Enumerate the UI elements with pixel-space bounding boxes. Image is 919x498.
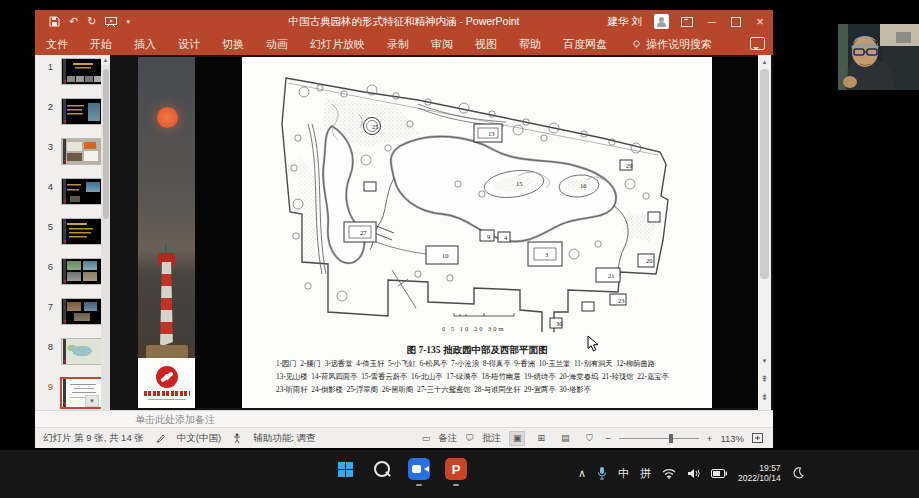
figure-content-box: 2513271094315162123202930 0 5 10 20 30m … — [242, 57, 712, 408]
taskbar-clock[interactable]: 19:57 2022/10/14 — [738, 463, 781, 483]
ribbon-tab-8[interactable]: 录制 — [376, 33, 420, 55]
thumbnail-preview[interactable] — [61, 138, 104, 165]
save-icon[interactable] — [49, 16, 60, 27]
slide-thumbnail-3[interactable]: 3 — [35, 135, 110, 175]
powerpoint-icon: P — [445, 458, 467, 480]
microphone-icon[interactable] — [597, 466, 607, 480]
ribbon-tab-2[interactable]: 开始 — [79, 33, 123, 55]
slide-thumbnail-2[interactable]: 2 — [35, 95, 110, 135]
ribbon-tab-6[interactable]: 动画 — [255, 33, 299, 55]
figure-caption: 图 7-135 拙政园中部及西部平面图 — [242, 344, 712, 357]
powerpoint-app-button[interactable]: P — [444, 457, 468, 481]
meeting-app-button[interactable] — [407, 457, 431, 481]
account-name[interactable]: 建华 刘 — [608, 15, 642, 29]
notes-pane[interactable]: 单击此处添加备注 — [35, 410, 773, 427]
ribbon-tab-4[interactable]: 设计 — [167, 33, 211, 55]
video-call-window[interactable] — [838, 0, 919, 90]
start-slideshow-icon[interactable] — [105, 17, 117, 27]
thumbnail-number: 1 — [39, 61, 53, 72]
university-logo — [138, 358, 195, 408]
thumbnail-preview[interactable] — [61, 98, 104, 125]
logo-calligraphy — [144, 391, 190, 396]
slide-thumbnail-7[interactable]: 7 — [35, 295, 110, 335]
close-button[interactable]: × — [753, 14, 767, 29]
thumbnail-preview[interactable] — [61, 298, 104, 325]
accessibility-icon — [233, 433, 241, 443]
comments-toggle[interactable]: 批注 — [482, 432, 501, 445]
speaker-icon[interactable] — [687, 468, 700, 479]
ribbon-tab-3[interactable]: 插入 — [123, 33, 167, 55]
thumbnail-scroll-up-icon[interactable]: ▲ — [101, 55, 110, 65]
zoom-level[interactable]: 113% — [720, 433, 744, 444]
notes-toggle[interactable]: 备注 — [438, 432, 457, 445]
minimize-button[interactable]: ─ — [705, 16, 719, 28]
previous-slide-button[interactable]: ⇞ — [758, 373, 771, 385]
slide-thumbnail-6[interactable]: 6 — [35, 255, 110, 295]
ime-pinyin-button[interactable]: 拼 — [640, 466, 651, 481]
ribbon-tab-7[interactable]: 幻灯片放映 — [299, 33, 376, 55]
scroll-up-icon[interactable]: ▲ — [758, 56, 771, 68]
account-avatar[interactable] — [654, 14, 669, 29]
ribbon-tab-9[interactable]: 审阅 — [420, 33, 464, 55]
wifi-icon[interactable] — [662, 468, 676, 479]
slide-thumbnail-1[interactable]: 1 — [35, 55, 110, 95]
comments-toggle-icon: 🗩 — [465, 433, 474, 443]
tell-me-search[interactable]: 操作说明搜索 — [618, 37, 712, 52]
slide-photo-strip — [138, 57, 195, 408]
slide-thumbnail-8[interactable]: 8 — [35, 335, 110, 375]
fit-to-window-icon[interactable] — [752, 433, 763, 443]
slide-sorter-view-button[interactable]: ⊞ — [533, 431, 549, 446]
ribbon-tab-5[interactable]: 切换 — [211, 33, 255, 55]
svg-text:23: 23 — [618, 297, 625, 304]
tray-overflow-chevron[interactable]: ∧ — [578, 467, 586, 480]
language-indicator[interactable]: 中文(中国) — [177, 432, 221, 445]
reading-view-button[interactable]: ▤ — [557, 431, 573, 446]
qat-customize-icon[interactable]: ▾ — [126, 18, 130, 26]
thumbnail-number: 7 — [39, 301, 53, 312]
restore-button[interactable] — [731, 17, 741, 27]
slide-scrollbar[interactable]: ▲ ▼ ⇞ ⇟ — [758, 55, 771, 410]
focus-assist-moon-icon[interactable] — [792, 467, 804, 479]
notes-toggle-icon: ▭ — [422, 433, 431, 443]
search-button[interactable] — [370, 457, 394, 481]
lighthouse-base — [146, 345, 188, 359]
ime-language-button[interactable]: 中 — [618, 466, 629, 481]
ribbon-tab-12[interactable]: 百度网盘 — [552, 33, 618, 55]
thumbnail-preview[interactable] — [61, 338, 104, 365]
comments-icon[interactable] — [750, 37, 765, 50]
zoom-out-button[interactable]: − — [605, 433, 611, 444]
ribbon-tab-10[interactable]: 视图 — [464, 33, 508, 55]
plan-legend-line: 1-园门 2-腰门 3-远香堂 4-倚玉轩 5-小飞虹 6-松风亭 7-小沧浪 … — [276, 357, 696, 370]
thumbnail-preview[interactable] — [61, 178, 104, 205]
accessibility-status[interactable]: 辅助功能: 调查 — [253, 432, 315, 445]
zoom-slider[interactable] — [619, 431, 699, 446]
start-button[interactable] — [333, 457, 357, 481]
zoom-in-button[interactable]: + — [707, 433, 713, 444]
slideshow-view-button[interactable]: ⛉ — [581, 431, 597, 446]
slide-9[interactable]: 2513271094315162123202930 0 5 10 20 30m … — [138, 57, 758, 408]
battery-icon[interactable] — [711, 469, 727, 478]
spell-check-icon[interactable] — [156, 434, 165, 443]
thumbnail-preview[interactable] — [61, 258, 104, 285]
scrollbar-thumb[interactable] — [760, 69, 769, 279]
ribbon-display-options-icon[interactable] — [681, 17, 693, 27]
figure-scalebar: 0 5 10 20 30m — [442, 325, 572, 332]
slide-thumbnail-4[interactable]: 4 — [35, 175, 110, 215]
next-slide-button[interactable]: ⇟ — [758, 391, 771, 403]
garden-plan-figure: 2513271094315162123202930 — [268, 64, 688, 332]
redo-icon[interactable]: ↻ — [87, 15, 96, 28]
undo-icon[interactable]: ↶ — [69, 15, 78, 28]
thumbnail-preview[interactable] — [61, 218, 104, 245]
ribbon-tab-1[interactable]: 文件 — [35, 33, 79, 55]
ribbon-tab-11[interactable]: 帮助 — [508, 33, 552, 55]
thumbnail-preview[interactable] — [61, 58, 104, 85]
lighthouse-tower — [160, 262, 173, 347]
slide-thumbnail-panel: 12345678910 ▲ ▼ — [35, 55, 110, 410]
thumbnail-scrollbar-thumb[interactable] — [103, 69, 109, 219]
thumbnail-preview[interactable] — [60, 377, 107, 409]
normal-view-button[interactable]: ▣ — [509, 431, 525, 446]
main-area: 12345678910 ▲ ▼ — [35, 55, 773, 410]
scroll-down-icon[interactable]: ▼ — [758, 355, 771, 367]
thumbnail-panel-collapse-icon[interactable]: ▼ — [85, 395, 99, 407]
slide-thumbnail-5[interactable]: 5 — [35, 215, 110, 255]
